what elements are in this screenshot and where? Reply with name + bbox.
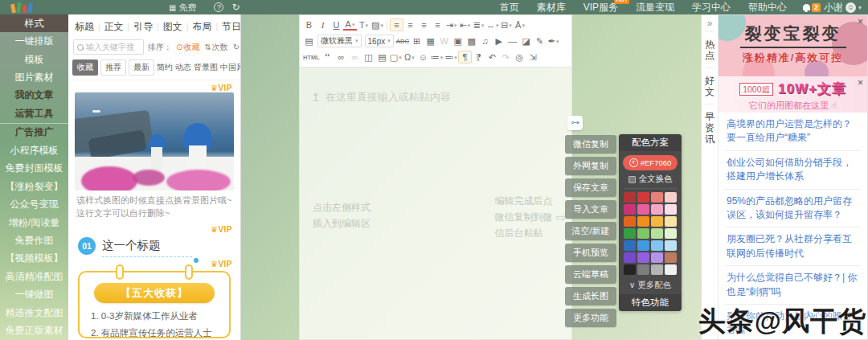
eraser-icon[interactable]: ◪ xyxy=(519,35,533,47)
color-swatch[interactable] xyxy=(624,240,636,251)
bell-icon[interactable] xyxy=(803,4,810,10)
sidebar-item[interactable]: 图片素材 xyxy=(0,68,68,86)
sidebar-item[interactable]: 【涨粉裂变】 xyxy=(0,178,68,195)
align-right-icon[interactable]: ≡ xyxy=(417,18,431,31)
ad-banner-articles[interactable]: × 1000篇 10W+文章 它们的用图都在这里 ☝ xyxy=(719,76,867,113)
nav-item-5[interactable]: 帮助中心 xyxy=(748,1,787,14)
special-characters-icon[interactable]: Ω▾ xyxy=(403,51,416,63)
strikethrough-icon[interactable]: ABC xyxy=(395,35,410,47)
bold-icon[interactable]: B xyxy=(302,18,316,31)
action-button-清空/新建[interactable]: 清空/新建 xyxy=(565,222,616,240)
style-tab-3[interactable]: 图文 xyxy=(163,20,182,34)
filter-link[interactable]: 动态 xyxy=(175,62,191,73)
sidebar-item[interactable]: 模板 xyxy=(0,51,68,68)
color-swatch[interactable] xyxy=(651,240,663,251)
align-center-icon[interactable]: ≡ xyxy=(403,18,417,31)
color-swatch[interactable] xyxy=(637,216,649,227)
sort-option[interactable]: ⊙收藏 xyxy=(176,42,199,53)
color-swatch[interactable] xyxy=(637,192,649,203)
font-size-select[interactable]: 16px▾ xyxy=(365,35,394,47)
sidebar-item[interactable]: 一键排版 xyxy=(0,32,68,50)
sidebar-item[interactable]: 一键做图 xyxy=(0,286,68,304)
color-swatch[interactable] xyxy=(651,216,663,227)
align-justify-icon[interactable]: ≡ xyxy=(431,18,444,31)
color-swatch[interactable] xyxy=(637,264,649,275)
color-swatch[interactable] xyxy=(637,240,649,251)
style-tab-0[interactable]: 标题 xyxy=(75,20,94,34)
nav-item-0[interactable]: 首页 xyxy=(500,1,519,14)
sidebar-item[interactable]: 【视频模板】 xyxy=(0,250,68,268)
sidebar-item[interactable]: 运营工具 xyxy=(0,104,68,122)
filter-link[interactable]: 背景图 xyxy=(194,62,218,73)
sort-option[interactable]: ⇅次数 xyxy=(204,42,227,53)
filter-link[interactable]: 简约 xyxy=(157,62,173,73)
help-icon[interactable]: ? xyxy=(214,2,223,12)
ad-banner-fission[interactable]: × 裂变宝裂变 涨粉精准/高效可控 xyxy=(719,15,867,76)
action-button-更多功能[interactable]: 更多功能 xyxy=(565,309,616,327)
refresh-icon[interactable]: ↻ xyxy=(231,2,240,13)
color-swatch[interactable] xyxy=(651,252,663,263)
case-transform-icon[interactable]: Ā▾ xyxy=(514,18,527,31)
sidebar-item[interactable]: 广告推广 xyxy=(0,123,68,141)
image-gallery-icon[interactable]: ▩ xyxy=(465,35,478,47)
sidebar-item[interactable]: 精选推文配图 xyxy=(0,304,68,322)
nav-item-3[interactable]: 流量变现 xyxy=(636,1,674,14)
collapse-panel-button[interactable]: » xyxy=(707,15,713,31)
style-tab-1[interactable]: 正文 xyxy=(104,20,124,34)
action-button-微信复制[interactable]: 微信复制 xyxy=(565,135,616,154)
collapse-handle-icon[interactable]: ⊶ xyxy=(567,116,583,130)
template-block-icon[interactable]: ▤ xyxy=(375,51,389,63)
font-color-icon[interactable]: A▾ xyxy=(343,19,357,31)
color-swatch[interactable] xyxy=(637,252,649,263)
color-swatch[interactable] xyxy=(665,216,677,227)
remove-link-icon[interactable]: ∞ xyxy=(348,51,362,63)
search-input[interactable] xyxy=(86,43,137,51)
action-button-手机预览[interactable]: 手机预览 xyxy=(565,244,616,262)
free-button[interactable]: ▦ 免费 xyxy=(169,2,196,14)
find-replace-icon[interactable]: ◎ xyxy=(513,51,526,63)
filter-button[interactable]: 最新 xyxy=(129,59,154,76)
color-swatch[interactable] xyxy=(665,228,677,239)
article-link[interactable]: 为什么总觉得自己不够好？| 你也是“刺猬”吗 xyxy=(725,266,861,305)
sidebar-item[interactable]: 小程序模板 xyxy=(0,141,68,159)
app-logo[interactable] xyxy=(11,2,32,13)
fullscreen-icon[interactable]: ⇲ xyxy=(526,51,540,63)
nav-item-4[interactable]: 学习中心 xyxy=(692,1,731,14)
sort-option[interactable]: ↻最近 xyxy=(233,42,241,53)
user-menu[interactable]: 小谢 ☺ ▾ xyxy=(824,1,862,14)
insert-link-icon[interactable]: ∞ xyxy=(334,51,348,63)
close-icon[interactable]: × xyxy=(858,77,863,88)
html-source-icon[interactable]: HTML xyxy=(302,51,321,63)
color-swatch[interactable] xyxy=(624,204,636,215)
sidebar-item[interactable]: 免费作图 xyxy=(0,231,68,249)
sidebar-item[interactable]: 公众号变现 xyxy=(0,195,68,213)
action-button-外网复制[interactable]: 外网复制 xyxy=(565,157,616,175)
news-tab-0[interactable]: 热点 xyxy=(705,31,714,68)
underline-icon[interactable]: U xyxy=(330,18,343,31)
editor-area[interactable]: BIUA▾T▾▨▾≡≡≡≡⇥▾⇤▾≣▾↔▾⊟▾Ā▾ ▤微软雅黑▾16px▾ABC… xyxy=(299,14,572,340)
indent-icon[interactable]: ⇥▾ xyxy=(444,18,458,31)
action-button-导入文章[interactable]: 导入文章 xyxy=(565,200,616,219)
columns-icon[interactable]: ◫ xyxy=(362,51,375,63)
text-format-icon[interactable]: T▾ xyxy=(357,18,371,31)
letter-spacing-icon[interactable]: ↔▾ xyxy=(485,18,500,31)
color-swatch[interactable] xyxy=(651,228,663,239)
style-card-headline[interactable]: 01 这一个标题 xyxy=(68,233,240,256)
outdent-icon[interactable]: ⇤▾ xyxy=(458,18,472,31)
paragraph-spacing-icon[interactable]: ⊟▾ xyxy=(500,18,514,31)
more-colors-button[interactable]: ∨ 更多配色 xyxy=(619,278,682,294)
align-left-icon[interactable]: ≡ xyxy=(390,18,403,31)
sidebar-item[interactable]: 高清精准配图 xyxy=(0,268,68,285)
color-swatch[interactable] xyxy=(624,264,636,275)
color-swatch[interactable] xyxy=(624,252,636,263)
undo-icon[interactable]: ↶ xyxy=(485,51,499,63)
sidebar-item[interactable]: 样式 xyxy=(0,14,68,32)
style-tab-5[interactable]: 节日行业 xyxy=(222,20,241,34)
color-swatch[interactable] xyxy=(651,192,663,203)
emoticons-icon[interactable]: ☺ xyxy=(416,51,430,63)
sidebar-item[interactable]: 免费正版素材 xyxy=(0,322,68,339)
current-color-pill[interactable]: + #EF7060 xyxy=(623,155,678,170)
color-swatch[interactable] xyxy=(624,228,636,239)
color-swatch[interactable] xyxy=(665,192,677,203)
nav-item-2[interactable]: VIP服务HOT xyxy=(583,1,618,14)
